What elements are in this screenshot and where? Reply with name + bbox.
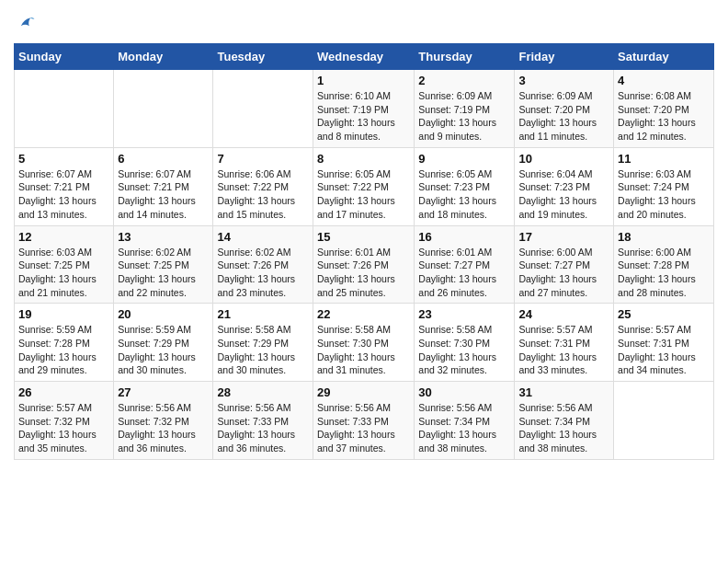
day-number: 19 (18, 307, 109, 321)
calendar-day-cell: 6Sunrise: 6:07 AM Sunset: 7:21 PM Daylig… (114, 147, 213, 225)
day-number: 18 (618, 230, 710, 244)
calendar-week-row: 5Sunrise: 6:07 AM Sunset: 7:21 PM Daylig… (15, 147, 714, 225)
day-info: Sunrise: 5:59 AM Sunset: 7:29 PM Dayligh… (118, 323, 209, 377)
day-number: 26 (18, 385, 109, 399)
day-number: 27 (118, 385, 209, 399)
day-info: Sunrise: 6:03 AM Sunset: 7:24 PM Dayligh… (618, 167, 710, 222)
day-info: Sunrise: 6:03 AM Sunset: 7:25 PM Dayligh… (18, 246, 109, 300)
calendar-week-row: 26Sunrise: 5:57 AM Sunset: 7:32 PM Dayli… (15, 382, 714, 460)
day-info: Sunrise: 6:07 AM Sunset: 7:21 PM Dayligh… (118, 167, 209, 222)
calendar-day-cell: 11Sunrise: 6:03 AM Sunset: 7:24 PM Dayli… (614, 147, 714, 225)
weekday-header-sunday: Sunday (15, 44, 114, 70)
day-number: 12 (18, 230, 109, 244)
day-info: Sunrise: 6:00 AM Sunset: 7:27 PM Dayligh… (518, 246, 609, 300)
day-number: 22 (317, 307, 410, 321)
day-info: Sunrise: 6:01 AM Sunset: 7:26 PM Dayligh… (317, 246, 410, 300)
day-number: 6 (118, 152, 209, 166)
calendar-day-cell: 9Sunrise: 6:05 AM Sunset: 7:23 PM Daylig… (415, 147, 515, 225)
calendar-empty-cell (114, 70, 213, 148)
day-info: Sunrise: 6:10 AM Sunset: 7:19 PM Dayligh… (317, 89, 410, 144)
day-number: 24 (518, 307, 609, 321)
day-number: 5 (18, 152, 109, 166)
calendar-empty-cell (614, 382, 714, 460)
weekday-header-wednesday: Wednesday (313, 44, 415, 70)
day-number: 21 (217, 307, 309, 321)
day-number: 1 (317, 74, 410, 87)
day-number: 23 (418, 307, 510, 321)
calendar-empty-cell (15, 70, 114, 148)
day-number: 13 (118, 230, 209, 244)
calendar-day-cell: 19Sunrise: 5:59 AM Sunset: 7:28 PM Dayli… (15, 304, 114, 382)
day-number: 20 (118, 307, 209, 321)
day-number: 7 (217, 152, 309, 166)
weekday-header-tuesday: Tuesday (213, 44, 313, 70)
day-number: 3 (518, 74, 609, 87)
day-info: Sunrise: 6:04 AM Sunset: 7:23 PM Dayligh… (518, 167, 609, 222)
day-info: Sunrise: 6:02 AM Sunset: 7:25 PM Dayligh… (118, 246, 209, 300)
day-info: Sunrise: 6:07 AM Sunset: 7:21 PM Dayligh… (18, 167, 109, 222)
day-number: 15 (317, 230, 410, 244)
calendar-day-cell: 5Sunrise: 6:07 AM Sunset: 7:21 PM Daylig… (15, 147, 114, 225)
calendar-day-cell: 22Sunrise: 5:58 AM Sunset: 7:30 PM Dayli… (313, 304, 415, 382)
day-info: Sunrise: 5:56 AM Sunset: 7:32 PM Dayligh… (118, 401, 209, 455)
day-number: 28 (217, 385, 309, 399)
calendar-day-cell: 23Sunrise: 5:58 AM Sunset: 7:30 PM Dayli… (415, 304, 515, 382)
calendar-day-cell: 7Sunrise: 6:06 AM Sunset: 7:22 PM Daylig… (213, 147, 313, 225)
calendar-day-cell: 8Sunrise: 6:05 AM Sunset: 7:22 PM Daylig… (313, 147, 415, 225)
calendar-day-cell: 28Sunrise: 5:56 AM Sunset: 7:33 PM Dayli… (213, 382, 313, 460)
day-number: 31 (518, 385, 609, 399)
calendar-day-cell: 21Sunrise: 5:58 AM Sunset: 7:29 PM Dayli… (213, 304, 313, 382)
day-info: Sunrise: 5:58 AM Sunset: 7:29 PM Dayligh… (217, 323, 309, 377)
calendar-empty-cell (213, 70, 313, 148)
day-number: 17 (518, 230, 609, 244)
calendar-day-cell: 29Sunrise: 5:56 AM Sunset: 7:33 PM Dayli… (313, 382, 415, 460)
day-number: 4 (618, 74, 710, 87)
calendar-day-cell: 31Sunrise: 5:56 AM Sunset: 7:34 PM Dayli… (515, 382, 614, 460)
day-info: Sunrise: 5:57 AM Sunset: 7:32 PM Dayligh… (18, 401, 109, 455)
day-info: Sunrise: 6:05 AM Sunset: 7:23 PM Dayligh… (418, 167, 510, 222)
day-info: Sunrise: 5:56 AM Sunset: 7:34 PM Dayligh… (518, 401, 609, 455)
day-info: Sunrise: 5:59 AM Sunset: 7:28 PM Dayligh… (18, 323, 109, 377)
calendar-day-cell: 10Sunrise: 6:04 AM Sunset: 7:23 PM Dayli… (515, 147, 614, 225)
calendar-day-cell: 13Sunrise: 6:02 AM Sunset: 7:25 PM Dayli… (114, 225, 213, 304)
day-number: 25 (618, 307, 710, 321)
calendar-day-cell: 15Sunrise: 6:01 AM Sunset: 7:26 PM Dayli… (313, 225, 415, 304)
calendar-day-cell: 26Sunrise: 5:57 AM Sunset: 7:32 PM Dayli… (15, 382, 114, 460)
calendar-day-cell: 12Sunrise: 6:03 AM Sunset: 7:25 PM Dayli… (15, 225, 114, 304)
logo (14, 14, 38, 34)
calendar-day-cell: 20Sunrise: 5:59 AM Sunset: 7:29 PM Dayli… (114, 304, 213, 382)
calendar-header-row: SundayMondayTuesdayWednesdayThursdayFrid… (15, 44, 714, 70)
day-number: 14 (217, 230, 309, 244)
calendar-day-cell: 30Sunrise: 5:56 AM Sunset: 7:34 PM Dayli… (415, 382, 515, 460)
calendar-week-row: 12Sunrise: 6:03 AM Sunset: 7:25 PM Dayli… (15, 225, 714, 304)
calendar-day-cell: 3Sunrise: 6:09 AM Sunset: 7:20 PM Daylig… (515, 70, 614, 148)
day-info: Sunrise: 5:57 AM Sunset: 7:31 PM Dayligh… (618, 323, 710, 377)
calendar-day-cell: 1Sunrise: 6:10 AM Sunset: 7:19 PM Daylig… (313, 70, 415, 148)
day-info: Sunrise: 5:57 AM Sunset: 7:31 PM Dayligh… (518, 323, 609, 377)
calendar-day-cell: 25Sunrise: 5:57 AM Sunset: 7:31 PM Dayli… (614, 304, 714, 382)
logo-bird-icon (16, 14, 36, 34)
day-info: Sunrise: 5:56 AM Sunset: 7:34 PM Dayligh… (418, 401, 510, 455)
day-info: Sunrise: 6:06 AM Sunset: 7:22 PM Dayligh… (217, 167, 309, 222)
weekday-header-monday: Monday (114, 44, 213, 70)
calendar-day-cell: 16Sunrise: 6:01 AM Sunset: 7:27 PM Dayli… (415, 225, 515, 304)
day-info: Sunrise: 6:05 AM Sunset: 7:22 PM Dayligh… (317, 167, 410, 222)
day-info: Sunrise: 6:01 AM Sunset: 7:27 PM Dayligh… (418, 246, 510, 300)
calendar-day-cell: 17Sunrise: 6:00 AM Sunset: 7:27 PM Dayli… (515, 225, 614, 304)
day-number: 30 (418, 385, 510, 399)
day-number: 8 (317, 152, 410, 166)
calendar-week-row: 1Sunrise: 6:10 AM Sunset: 7:19 PM Daylig… (15, 70, 714, 148)
weekday-header-friday: Friday (515, 44, 614, 70)
weekday-header-thursday: Thursday (415, 44, 515, 70)
day-number: 2 (418, 74, 510, 87)
day-number: 29 (317, 385, 410, 399)
calendar-day-cell: 14Sunrise: 6:02 AM Sunset: 7:26 PM Dayli… (213, 225, 313, 304)
day-info: Sunrise: 6:02 AM Sunset: 7:26 PM Dayligh… (217, 246, 309, 300)
day-info: Sunrise: 5:56 AM Sunset: 7:33 PM Dayligh… (217, 401, 309, 455)
day-info: Sunrise: 5:58 AM Sunset: 7:30 PM Dayligh… (317, 323, 410, 377)
day-info: Sunrise: 6:08 AM Sunset: 7:20 PM Dayligh… (618, 89, 710, 144)
calendar-day-cell: 27Sunrise: 5:56 AM Sunset: 7:32 PM Dayli… (114, 382, 213, 460)
day-info: Sunrise: 6:09 AM Sunset: 7:19 PM Dayligh… (418, 89, 510, 144)
day-info: Sunrise: 5:58 AM Sunset: 7:30 PM Dayligh… (418, 323, 510, 377)
calendar-day-cell: 24Sunrise: 5:57 AM Sunset: 7:31 PM Dayli… (515, 304, 614, 382)
